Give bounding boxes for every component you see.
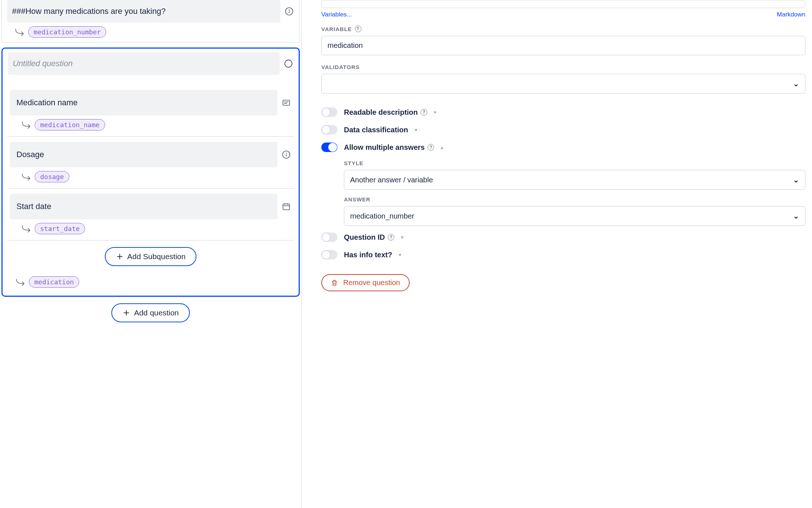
svg-text:1: 1 xyxy=(288,9,291,14)
svg-rect-3 xyxy=(283,100,290,105)
text-type-icon xyxy=(281,98,291,108)
answer-select[interactable]: medication_number ⌄ xyxy=(344,206,805,226)
date-type-icon xyxy=(281,201,291,212)
add-subquestion-wrap: Add Subquestion xyxy=(7,240,294,273)
style-field-label: STYLE xyxy=(344,160,805,166)
toggle-info-row: Has info text? ▾ xyxy=(321,250,805,259)
toggle-classification-label: Data classification xyxy=(344,126,408,134)
multi-answers-settings: STYLE Another answer / variable ⌄ ANSWER… xyxy=(344,160,805,226)
subquestion-list: Medication name medication_name Dosage xyxy=(3,84,299,273)
variable-chip[interactable]: start_date xyxy=(35,223,85,234)
markdown-link[interactable]: Markdown xyxy=(777,11,805,18)
toggle-qid-row: Question ID ? ▾ xyxy=(321,232,805,242)
toggle-qid-label: Question ID ? xyxy=(344,233,394,242)
expand-caret-icon[interactable]: ▾ xyxy=(434,109,436,115)
question-header-row: ###How many medications are you taking? … xyxy=(2,0,299,23)
subquestion-header-row: Start date xyxy=(7,189,294,219)
toggle-info-label: Has info text? xyxy=(344,251,392,259)
variable-row: start_date xyxy=(7,219,294,240)
sub-arrow-icon xyxy=(16,278,26,286)
question-card[interactable]: ###How many medications are you taking? … xyxy=(1,0,300,42)
add-question-label: Add question xyxy=(134,308,179,317)
add-subquestion-button[interactable]: Add Subquestion xyxy=(105,247,197,266)
variable-chip[interactable]: dosage xyxy=(35,171,69,182)
chevron-down-icon: ⌄ xyxy=(793,79,799,88)
sub-arrow-icon xyxy=(15,29,25,36)
subquestion-title[interactable]: Medication name xyxy=(10,90,277,115)
toggle-classification[interactable] xyxy=(321,125,337,134)
expand-caret-icon[interactable]: ▾ xyxy=(401,234,403,240)
subquestion-header-row: Medication name xyxy=(7,85,294,115)
variable-row: medication xyxy=(3,273,299,292)
remove-question-button[interactable]: Remove question xyxy=(321,274,410,291)
answer-field-label: ANSWER xyxy=(344,196,805,202)
add-subquestion-label: Add Subquestion xyxy=(127,252,186,261)
validators-field-label: VALIDATORS xyxy=(321,64,805,70)
help-icon[interactable]: ? xyxy=(388,234,394,240)
variable-row: medication_name xyxy=(7,115,294,136)
toggle-classification-row: Data classification ▾ xyxy=(321,125,805,134)
sub-arrow-icon xyxy=(22,121,32,129)
prompt-editor[interactable] xyxy=(321,0,805,8)
subquestion-title[interactable]: Start date xyxy=(10,194,277,219)
add-question-button[interactable]: Add question xyxy=(111,303,190,322)
subquestion-card[interactable]: Start date start_date xyxy=(7,189,294,240)
expand-caret-icon[interactable]: ▾ xyxy=(399,252,401,258)
group-type-icon xyxy=(283,58,294,69)
toggle-qid[interactable] xyxy=(321,232,337,242)
chevron-down-icon: ⌄ xyxy=(793,175,799,184)
toggle-multi-label: Allow multiple answers ? xyxy=(344,143,434,152)
help-icon[interactable]: ? xyxy=(428,144,434,151)
validators-select[interactable]: ⌄ xyxy=(321,74,805,94)
style-select[interactable]: Another answer / variable ⌄ xyxy=(344,170,805,190)
properties-panel: Variables... Markdown VARIABLE ? VALIDAT… xyxy=(310,0,812,508)
variable-chip[interactable]: medication xyxy=(29,276,79,288)
variable-field-label: VARIABLE ? xyxy=(321,26,805,32)
question-card-selected[interactable]: Untitled question Medication name xyxy=(1,48,300,297)
chevron-down-icon: ⌄ xyxy=(793,212,799,220)
variable-row: dosage xyxy=(7,167,294,188)
expand-caret-icon[interactable]: ▾ xyxy=(415,127,417,133)
subquestion-title[interactable]: Dosage xyxy=(10,142,277,167)
svg-text:1: 1 xyxy=(285,152,288,157)
survey-canvas: ###How many medications are you taking? … xyxy=(0,0,302,508)
variable-row: medication_number xyxy=(2,23,299,42)
sub-arrow-icon xyxy=(22,173,32,181)
svg-rect-8 xyxy=(283,204,290,210)
variable-chip[interactable]: medication_number xyxy=(28,26,106,38)
remove-question-label: Remove question xyxy=(343,278,400,287)
variable-input[interactable] xyxy=(321,36,805,55)
integer-type-icon: 1 xyxy=(281,149,291,160)
toggle-multi[interactable] xyxy=(321,143,337,152)
question-header-row: Untitled question xyxy=(3,52,299,75)
question-title-placeholder[interactable]: Untitled question xyxy=(8,52,280,75)
subquestion-header-row: Dosage 1 xyxy=(7,137,294,167)
toggle-multi-row: Allow multiple answers ? ▴ xyxy=(321,143,805,152)
help-icon[interactable]: ? xyxy=(421,109,427,115)
collapse-caret-icon[interactable]: ▴ xyxy=(441,144,443,150)
toggle-readable-label: Readable description ? xyxy=(344,108,427,117)
style-select-value: Another answer / variable xyxy=(350,176,433,184)
integer-type-icon: 1 xyxy=(284,6,294,16)
toggle-readable-row: Readable description ? ▾ xyxy=(321,107,805,117)
help-icon[interactable]: ? xyxy=(355,26,361,32)
answer-select-value: medication_number xyxy=(350,212,414,220)
question-title[interactable]: ###How many medications are you taking? xyxy=(7,0,280,23)
variable-chip[interactable]: medication_name xyxy=(35,119,105,130)
toggle-info[interactable] xyxy=(321,250,337,259)
subquestion-card[interactable]: Medication name medication_name xyxy=(7,85,294,137)
subquestion-card[interactable]: Dosage 1 dosage xyxy=(7,137,294,189)
add-question-wrap: Add question xyxy=(1,297,300,329)
variables-link[interactable]: Variables... xyxy=(321,11,352,18)
svg-point-2 xyxy=(285,60,292,67)
toggle-readable[interactable] xyxy=(321,107,337,117)
editor-links: Variables... Markdown xyxy=(321,11,805,18)
sub-arrow-icon xyxy=(22,225,32,232)
